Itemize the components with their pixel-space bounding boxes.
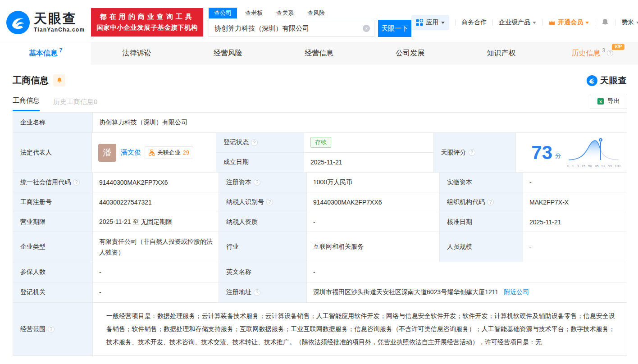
- subtab-history-business-info[interactable]: 历史工商信息0: [53, 98, 97, 111]
- nav-cooperation[interactable]: 商务合作: [461, 18, 487, 27]
- legal-rep-link[interactable]: 潘文俊: [121, 148, 141, 157]
- label-text: 企业类型: [20, 243, 46, 251]
- label-text: 纳税人识别号: [226, 198, 264, 206]
- axis-tick: 97: [602, 164, 605, 168]
- scope-text: 一般经营项目是：数据处理服务；云计算装备技术服务；云计算设备销售；人工智能应用软…: [99, 303, 622, 355]
- tab-operation-risk[interactable]: 经营风险: [182, 42, 273, 64]
- tab-operation-info[interactable]: 经营信息: [273, 42, 365, 64]
- vip-badge: VIP: [612, 44, 624, 50]
- table-row: 登记机关 - 注册地址 ? 深圳市福田区沙头街道天安社区深南大道6023号耀华创…: [13, 282, 627, 303]
- label-text: 组织机构代码: [447, 198, 485, 206]
- search-input[interactable]: [209, 25, 374, 32]
- axis-tick: 1: [572, 164, 574, 168]
- help-icon[interactable]: ?: [487, 199, 494, 205]
- monitor-bell-button[interactable]: [53, 74, 65, 86]
- legal-rep-value: 潘 潘文俊 关联企业 29: [92, 133, 216, 172]
- nested-row: 登记状态 ? 存续: [216, 133, 433, 153]
- help-icon[interactable]: ?: [254, 289, 260, 296]
- slogan-line1: 都在用的商业查询工具: [96, 13, 198, 21]
- field-label: 纳税人资质: [219, 212, 307, 232]
- search-tab-boss[interactable]: 查老板: [240, 8, 268, 18]
- tab-legal-litigation[interactable]: 法律诉讼: [91, 42, 182, 64]
- value-text: -: [313, 268, 315, 276]
- nav-enterprise-products[interactable]: 企业级产品: [499, 18, 536, 27]
- help-icon[interactable]: ?: [48, 326, 55, 332]
- value-text: 互联网和相关服务: [313, 243, 364, 251]
- label-text: 成立日期: [223, 158, 249, 166]
- help-icon[interactable]: ?: [607, 50, 613, 56]
- business-scope-value: 一般经营项目是：数据处理服务；云计算装备技术服务；云计算设备销售；人工智能应用软…: [93, 303, 627, 355]
- help-icon[interactable]: ?: [469, 149, 475, 156]
- help-icon[interactable]: ?: [254, 179, 260, 186]
- field-label: 登记状态 ?: [216, 133, 304, 152]
- table-row: 营业期限 2025-11-21 至 无固定期限 纳税人资质 - 核准日期 202…: [13, 212, 627, 232]
- value-text: -: [99, 289, 101, 296]
- divider: [542, 19, 542, 26]
- help-icon[interactable]: ?: [73, 179, 80, 186]
- taxpayer-id-value: 91440300MAK2FP7XX6: [307, 192, 440, 212]
- subtab-business-info[interactable]: 工商信息: [13, 96, 40, 111]
- related-companies-badge[interactable]: 关联企业 29: [145, 146, 193, 159]
- search-button[interactable]: 天眼一下: [378, 20, 411, 37]
- tianyan-score[interactable]: 73 分: [516, 133, 627, 172]
- label-text: 经营范围: [20, 325, 46, 333]
- related-count: 29: [183, 149, 189, 156]
- field-label: 登记机关: [13, 282, 93, 302]
- apps-menu[interactable]: 应用: [411, 15, 449, 30]
- axis-tick: 15: [582, 164, 585, 168]
- search-tab-company[interactable]: 查公司: [209, 8, 237, 18]
- axis-tick: 0: [567, 164, 569, 168]
- value-text: 2025-11-21 至 无固定期限: [99, 218, 172, 226]
- field-label: 行业: [219, 232, 307, 262]
- reg-status-value: 存续: [304, 133, 433, 152]
- bell-curve: [567, 137, 620, 164]
- business-info-table: 企业名称 协创算力科技（深圳）有限公司 法定代表人 潘 潘文俊 关联企业 29: [13, 112, 627, 356]
- avatar[interactable]: 潘: [98, 144, 116, 162]
- field-label: 营业期限: [13, 212, 93, 232]
- reg-authority-value: -: [93, 282, 219, 302]
- axis-tick: 3: [577, 164, 579, 168]
- search-tab-risk[interactable]: 查风险: [302, 8, 330, 18]
- tab-history-info[interactable]: VIP 历史信息 3 ?: [547, 42, 638, 64]
- axis-tick: 99: [608, 164, 612, 168]
- subtab-row: 工商信息 历史工商信息0 X 导出: [0, 86, 638, 111]
- label-text: 统一社会信用代码: [20, 178, 71, 187]
- apps-label: 应用: [426, 18, 438, 27]
- nav-open-vip[interactable]: 开通会员: [548, 18, 589, 27]
- notification-bell-icon[interactable]: [601, 18, 609, 27]
- tab-basic-info[interactable]: 基本信息 7: [0, 42, 91, 64]
- tab-count: 7: [59, 47, 63, 54]
- search-row: × 天眼一下: [209, 20, 411, 37]
- nearby-companies-link[interactable]: 附近公司: [504, 288, 529, 296]
- value-text: -: [529, 243, 532, 250]
- logo-title: 天眼查: [34, 12, 77, 25]
- help-icon[interactable]: ?: [251, 139, 258, 146]
- user-menu[interactable]: 费米: [621, 18, 638, 27]
- tianyancha-brand-icon: [587, 75, 597, 86]
- reg-address-value: 深圳市福田区沙头街道天安社区深南大道6023号耀华创建大厦1211 附近公司: [307, 282, 627, 302]
- value-text: 协创算力科技（深圳）有限公司: [99, 118, 187, 127]
- label-text: 工商注册号: [20, 198, 52, 206]
- field-label: 英文名称: [219, 262, 307, 282]
- value-text: 91440300MAK2FP7XX6: [313, 199, 382, 206]
- approval-date-value: 2025-11-21: [523, 212, 627, 232]
- tab-company-development[interactable]: 公司发展: [365, 42, 456, 64]
- value-text: -: [99, 268, 101, 276]
- paid-capital-value: -: [523, 173, 627, 192]
- value-text: -: [529, 179, 532, 186]
- tianyancha-logo[interactable]: 天眼查 TianYanCha.com: [6, 11, 85, 34]
- reg-number-value: 440300227547321: [93, 192, 219, 212]
- taxpayer-qual-value: -: [307, 212, 440, 232]
- field-label: 成立日期: [216, 153, 304, 173]
- tab-label: 公司发展: [396, 49, 424, 58]
- tab-intellectual-property[interactable]: 知识产权: [456, 42, 547, 64]
- value-text: 2025-11-21: [310, 159, 342, 166]
- field-label: 天眼评分 ?: [434, 133, 516, 172]
- field-label: 注册地址 ?: [219, 282, 307, 302]
- search-tab-relation[interactable]: 查关系: [271, 8, 299, 18]
- industry-value: 互联网和相关服务: [307, 232, 440, 262]
- export-button[interactable]: X 导出: [590, 94, 627, 109]
- help-icon[interactable]: ?: [266, 199, 273, 205]
- chevron-down-icon: [441, 22, 445, 24]
- field-label: 组织机构代码 ?: [440, 192, 523, 212]
